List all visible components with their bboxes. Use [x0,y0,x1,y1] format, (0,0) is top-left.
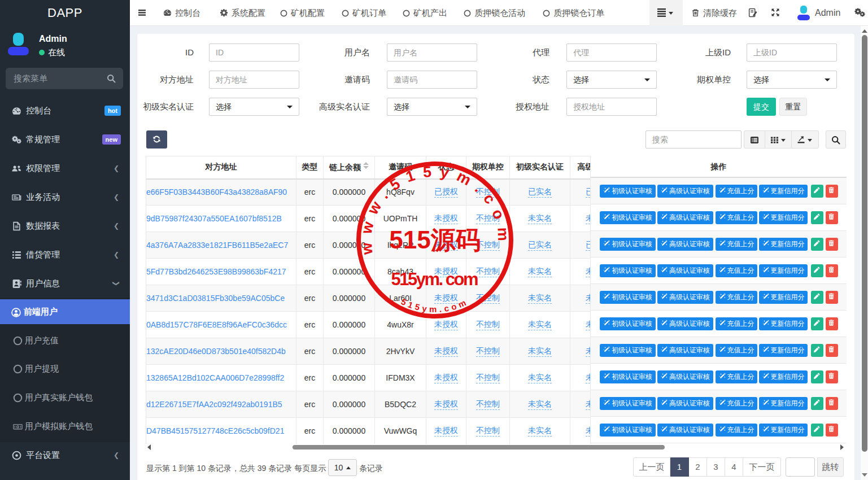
svg-text:515ym. com: 515ym. com [391,269,479,289]
svg-text:515源码: 515源码 [389,226,480,254]
